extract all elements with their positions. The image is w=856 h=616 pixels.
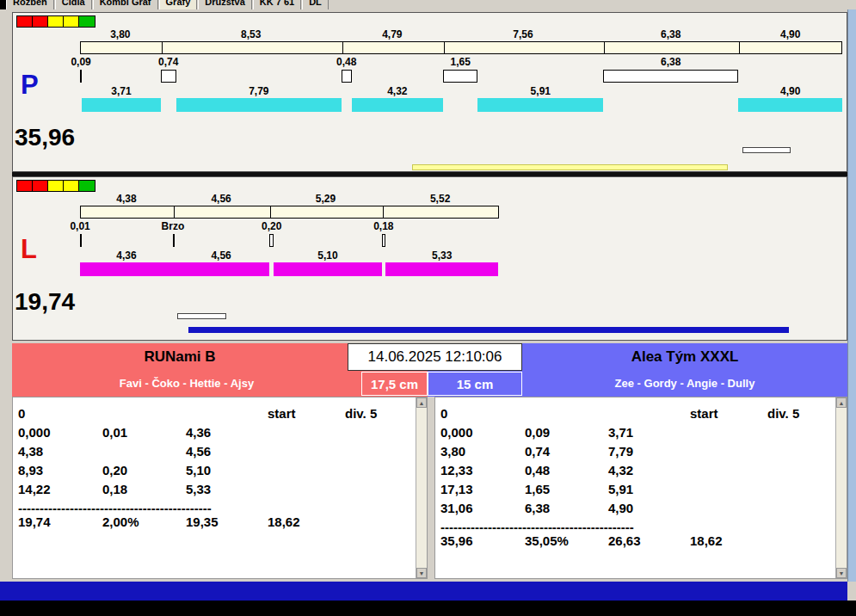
- traffic-light-segment: [17, 181, 33, 191]
- bottom-blue-bar: [0, 582, 847, 601]
- marker-box: [742, 147, 791, 153]
- table-scrollbar[interactable]: ▲ ▼: [416, 397, 427, 578]
- traffic-light-segment: [79, 16, 95, 27]
- run-bar: [352, 98, 443, 112]
- table-cell: 31,06: [440, 499, 473, 517]
- scroll-up-button[interactable]: ▲: [836, 397, 847, 408]
- tab-grafy[interactable]: Grafy: [159, 0, 198, 9]
- run-label: 3,71: [111, 85, 131, 97]
- run-bar: [82, 98, 160, 112]
- run-label: 4,32: [387, 85, 407, 97]
- split-label: 5,52: [430, 193, 450, 205]
- tab-bar: RozběhČidlaKombi GrafGrafyDružstvaKK 7 6…: [6, 0, 329, 9]
- team-left-dogs: Favi - Čoko - Hettie - Ajsy: [12, 377, 361, 390]
- table-cell: 7,79: [608, 442, 633, 460]
- table-row: ----------------------------------------…: [13, 499, 415, 513]
- table-cell: 19,35: [186, 513, 219, 531]
- table-row: ----------------------------------------…: [435, 518, 834, 532]
- table-cell: 18,62: [690, 532, 723, 550]
- table-row: 0startdiv. 5: [435, 404, 834, 423]
- table-cell: 1,65: [525, 480, 550, 498]
- team-right-dogs: Zee - Gordy - Angie - Dully: [522, 377, 847, 390]
- gap-box: [173, 234, 175, 247]
- table-cell: 2,00%: [102, 513, 139, 531]
- run-label: 4,90: [780, 85, 800, 97]
- gap-label: 0,18: [373, 220, 393, 232]
- table-cell: 0,20: [102, 461, 127, 479]
- tab-label: Rozběh: [13, 0, 47, 8]
- gap-label: 0,09: [71, 56, 90, 68]
- run-bar: [385, 262, 498, 276]
- lane-total-time: 35,96: [15, 125, 75, 151]
- split-label: 4,90: [780, 28, 800, 40]
- table-rows: 0startdiv. 50,0000,093,713,800,747,7912,…: [435, 404, 834, 578]
- table-cell: 0,48: [525, 461, 550, 479]
- graph-panel-p: P 35,96 3,808,534,797,566,384,900,093,71…: [12, 12, 847, 172]
- traffic-light-segment: [33, 181, 48, 191]
- tab-kk-7-61[interactable]: KK 7 61: [253, 0, 301, 9]
- table-cell: 8,93: [18, 461, 43, 479]
- table-row: 17,131,655,91: [435, 480, 834, 499]
- table-row: 12,330,484,32: [435, 461, 834, 480]
- run-label: 4,56: [211, 249, 231, 262]
- traffic-light-segment: [48, 16, 64, 27]
- window-scrollbar-strip[interactable]: [847, 9, 856, 582]
- team-left-jump-height: 17,5 cm: [361, 372, 428, 396]
- table-scrollbar[interactable]: ▲ ▼: [835, 397, 847, 578]
- table-cell: div. 5: [345, 404, 377, 422]
- split-segment: [270, 206, 382, 218]
- scroll-down-button[interactable]: ▼: [836, 568, 847, 578]
- run-label: 5,33: [432, 249, 452, 262]
- run-bar: [477, 98, 603, 112]
- table-row: 35,9635,05%26,6318,62: [435, 532, 834, 551]
- traffic-light-segment: [33, 16, 48, 27]
- tab-label: KK 7 61: [260, 0, 294, 8]
- table-cell: 0,18: [102, 480, 127, 498]
- split-label: 8,53: [241, 28, 261, 40]
- split-segment: [444, 42, 604, 53]
- table-cell: 4,38: [18, 442, 43, 460]
- gap-box: [80, 70, 82, 83]
- split-segment: [162, 42, 342, 53]
- gap-label: 0,01: [70, 220, 89, 232]
- table-row: 19,742,00%19,3518,62: [13, 513, 415, 532]
- tab-dru-stva[interactable]: Družstva: [198, 0, 251, 9]
- tab-rozb-h[interactable]: Rozběh: [6, 0, 54, 9]
- split-segment: [383, 206, 500, 218]
- table-cell: 0,000: [440, 423, 473, 441]
- tab-dl[interactable]: DL: [302, 0, 329, 9]
- table-cell: 26,63: [608, 532, 641, 550]
- table-row: 8,930,205,10: [13, 461, 415, 480]
- gap-label: 1,65: [450, 56, 470, 68]
- split-bar: [80, 41, 842, 54]
- tab-label: Grafy: [166, 0, 191, 8]
- tab-kombi-graf[interactable]: Kombi Graf: [93, 0, 158, 9]
- split-label: 4,38: [116, 193, 136, 205]
- table-cell: 4,32: [608, 461, 633, 479]
- tab--idla[interactable]: Čidla: [55, 0, 92, 9]
- table-row: 14,220,185,33: [13, 480, 415, 499]
- graph-panel-l: L 19,74 4,384,565,295,520,014,36Brzo4,56…: [12, 176, 847, 341]
- table-cell: 0,09: [525, 423, 550, 441]
- table-cell: div. 5: [767, 404, 799, 422]
- run-bar: [738, 98, 842, 112]
- table-cell: 0,01: [102, 423, 127, 441]
- traffic-light: [16, 180, 95, 192]
- split-segment: [604, 42, 739, 53]
- traffic-light-segment: [79, 181, 95, 191]
- scroll-up-button[interactable]: ▲: [416, 397, 427, 408]
- table-cell: 3,71: [608, 423, 633, 441]
- tab-label: Družstva: [205, 0, 244, 8]
- gap-label: Brzo: [162, 220, 185, 232]
- split-label: 3,80: [110, 28, 130, 40]
- lane-letter: P: [21, 71, 39, 98]
- lane-total-time: 19,74: [15, 289, 75, 315]
- table-cell: 0: [440, 404, 447, 422]
- split-bar: [80, 206, 499, 219]
- table-row: 0,0000,014,36: [13, 423, 415, 442]
- split-label: 7,56: [513, 28, 533, 40]
- split-label: 6,38: [661, 28, 680, 40]
- scroll-down-button[interactable]: ▼: [416, 568, 427, 578]
- progress-underbar: [412, 164, 728, 170]
- table-cell: 5,33: [186, 480, 211, 498]
